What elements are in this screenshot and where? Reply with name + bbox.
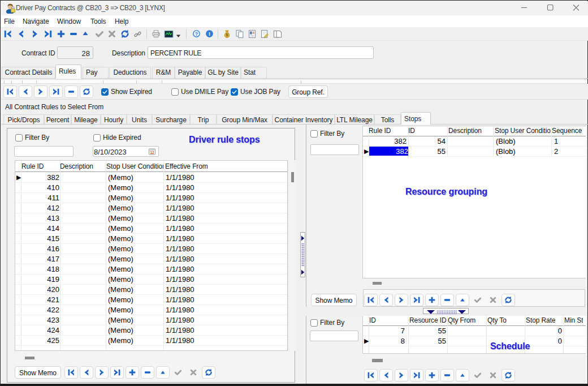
svg-text:12: 12 [150,151,154,155]
svg-text:$: $ [226,32,228,37]
svg-text:!: ! [209,31,210,37]
svg-text:?: ? [195,31,198,37]
